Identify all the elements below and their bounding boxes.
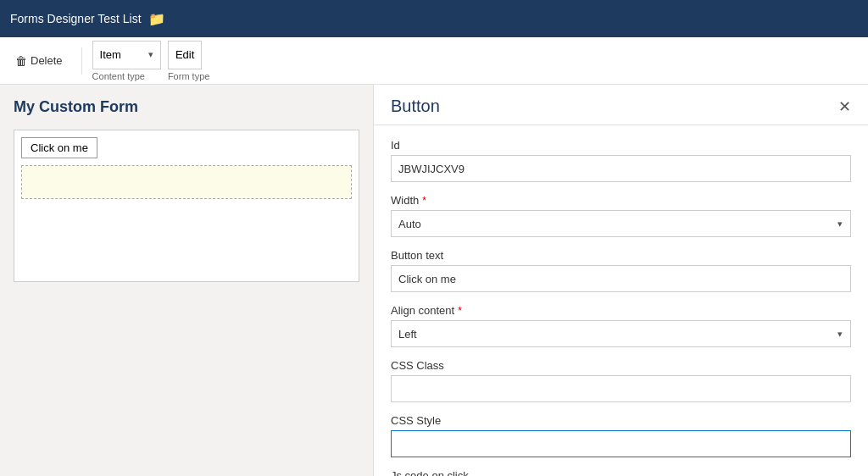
form-title: My Custom Form — [14, 98, 359, 116]
right-panel-header: Button ✕ — [374, 85, 868, 125]
form-button[interactable]: Click on me — [21, 137, 97, 158]
left-panel: My Custom Form Click on me — [0, 85, 373, 476]
content-type-dropdown[interactable]: Item ▾ — [92, 41, 161, 69]
button-text-input[interactable] — [391, 265, 851, 292]
width-required-star: * — [422, 195, 426, 207]
header-title: Forms Designer Test List — [10, 12, 142, 25]
id-input[interactable] — [391, 155, 851, 182]
content-type-value: Item — [100, 48, 121, 61]
folder-icon[interactable]: 📁 — [148, 11, 165, 27]
field-group-button-text: Button text — [391, 249, 851, 292]
right-panel: Button ✕ Id Width * Auto ▾ — [373, 85, 868, 476]
toolbar-separator — [81, 47, 82, 75]
delete-button[interactable]: 🗑 Delete — [7, 49, 71, 73]
content-type-label: Content type — [92, 71, 145, 81]
id-label: Id — [391, 139, 851, 152]
field-group-id: Id — [391, 139, 851, 182]
js-code-label: Js code on click — [391, 469, 851, 476]
field-group-css-style: CSS Style — [391, 414, 851, 457]
css-class-input[interactable] — [391, 375, 851, 402]
right-panel-title: Button — [391, 97, 440, 116]
width-select[interactable]: Auto — [391, 210, 851, 237]
css-class-label: CSS Class — [391, 359, 851, 372]
field-group-align: Align content * Left ▾ — [391, 304, 851, 347]
delete-label: Delete — [31, 54, 63, 67]
button-text-label: Button text — [391, 249, 851, 262]
form-canvas: Click on me — [14, 130, 359, 282]
width-label: Width * — [391, 194, 851, 207]
field-group-css-class: CSS Class — [391, 359, 851, 402]
right-panel-body: Id Width * Auto ▾ Button text — [374, 125, 868, 476]
field-group-js-code: Js code on click 1 alert("Just clicked") — [391, 469, 851, 476]
toolbar: 🗑 Delete Item ▾ Content type Edit Form t… — [0, 37, 868, 85]
css-style-label: CSS Style — [391, 414, 851, 427]
width-select-wrapper: Auto ▾ — [391, 210, 851, 237]
align-label: Align content * — [391, 304, 851, 317]
header-bar: Forms Designer Test List 📁 — [0, 0, 868, 37]
css-style-input[interactable] — [391, 430, 851, 457]
content-type-chevron: ▾ — [148, 49, 153, 60]
content-type-group: Item ▾ Content type — [92, 41, 161, 81]
form-type-dropdown[interactable]: Edit — [168, 41, 202, 69]
form-row-empty — [21, 165, 352, 199]
close-button[interactable]: ✕ — [838, 99, 851, 114]
form-type-value: Edit — [175, 48, 194, 61]
form-type-group: Edit Form type — [168, 41, 210, 81]
align-select[interactable]: Left — [391, 320, 851, 347]
field-group-width: Width * Auto ▾ — [391, 194, 851, 237]
align-select-wrapper: Left ▾ — [391, 320, 851, 347]
form-type-label: Form type — [168, 71, 210, 81]
main-area: My Custom Form Click on me Button ✕ Id W… — [0, 85, 868, 476]
delete-icon: 🗑 — [15, 54, 27, 68]
align-required-star: * — [458, 305, 462, 317]
